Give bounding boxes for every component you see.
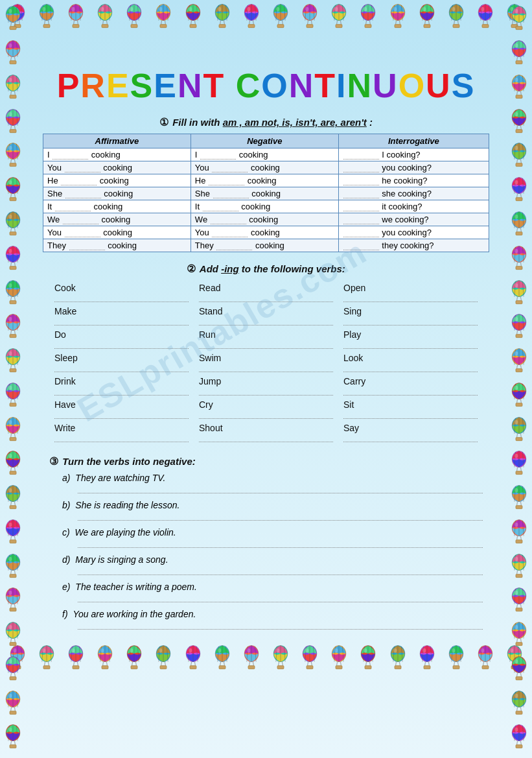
aff-cell: He cooking [43, 174, 191, 187]
answer-line[interactable] [78, 539, 483, 548]
svg-line-321 [15, 604, 16, 608]
svg-line-509 [517, 570, 518, 574]
verb-answer-line[interactable] [54, 341, 189, 349]
neg-blank[interactable] [212, 172, 248, 172]
table-row: You cooking You cooking you cooking? [43, 161, 489, 174]
int-blank[interactable] [343, 159, 379, 160]
verb-answer-line[interactable] [199, 388, 333, 396]
neg-blank[interactable] [209, 185, 244, 185]
svg-line-239 [11, 296, 12, 300]
balloon-left-8 [1, 279, 25, 309]
svg-point-521 [515, 591, 518, 595]
verb-name: Carry [343, 376, 478, 386]
verb-answer-line[interactable] [343, 364, 478, 372]
verb-answer-line[interactable] [199, 294, 333, 302]
neg-blank[interactable] [212, 237, 248, 237]
svg-line-230 [11, 262, 12, 266]
svg-rect-394 [516, 129, 522, 132]
verb-answer-line[interactable] [54, 434, 189, 442]
int-blank[interactable] [343, 172, 379, 172]
verb-answer-line[interactable] [343, 434, 478, 442]
verb-answer-line[interactable] [199, 434, 333, 442]
neg-cell: He cooking [191, 174, 338, 187]
balloon-top-7 [211, 3, 234, 32]
neg-blank[interactable] [203, 211, 238, 211]
verb-answer-line[interactable] [343, 341, 478, 349]
verb-answer-line[interactable] [54, 364, 189, 372]
svg-line-167 [11, 23, 12, 27]
svg-line-536 [517, 673, 518, 677]
verb-answer-line[interactable] [54, 411, 189, 419]
svg-line-141 [457, 21, 458, 25]
verb-answer-line[interactable] [54, 318, 189, 326]
verb-answer-line[interactable] [199, 341, 333, 349]
svg-line-482 [517, 468, 518, 471]
verb-answer-line[interactable] [54, 388, 189, 396]
svg-point-35 [100, 7, 104, 12]
aff-blank[interactable] [63, 224, 98, 224]
verb-answer-line[interactable] [199, 364, 333, 372]
verb-answer-line[interactable] [343, 388, 478, 396]
svg-line-654 [312, 662, 312, 666]
svg-rect-538 [516, 677, 522, 680]
aff-blank[interactable] [69, 250, 105, 250]
aff-blank[interactable] [65, 237, 100, 237]
balloon-left-21 [1, 723, 25, 753]
aff-blank[interactable] [61, 185, 97, 185]
neg-blank[interactable] [213, 198, 249, 198]
balloon-left-6 [1, 210, 25, 240]
svg-point-368 [515, 9, 518, 14]
int-blank[interactable] [343, 250, 379, 250]
aff-cell: We cooking [43, 213, 191, 226]
int-blank[interactable] [343, 237, 379, 237]
verb-answer-line[interactable] [199, 411, 333, 419]
item-label: b) [62, 500, 70, 510]
aff-blank[interactable] [55, 211, 91, 211]
balloon-top-12 [356, 3, 380, 32]
neg-blank[interactable] [211, 224, 246, 224]
balloon-left-3 [1, 108, 25, 137]
svg-rect-574 [43, 666, 50, 669]
svg-line-69 [224, 21, 224, 25]
verb-answer-line[interactable] [54, 294, 189, 302]
svg-rect-421 [516, 232, 522, 235]
answer-line[interactable] [78, 512, 483, 521]
svg-point-152 [481, 7, 484, 12]
answer-line[interactable] [78, 566, 483, 575]
svg-line-15 [48, 21, 49, 25]
neg-blank[interactable] [200, 159, 236, 160]
aff-blank[interactable] [65, 198, 101, 198]
answer-line[interactable] [78, 484, 483, 493]
int-blank[interactable] [343, 185, 379, 185]
bottom-border [0, 643, 532, 676]
balloon-bottom-4 [122, 644, 146, 674]
balloon-top-6 [181, 3, 205, 32]
int-cell: he cooking? [338, 174, 489, 187]
aff-blank[interactable] [65, 172, 100, 172]
balloon-bottom-7 [211, 644, 234, 674]
int-blank[interactable] [343, 224, 379, 224]
balloon-bottom-2 [64, 644, 87, 674]
verb-answer-line[interactable] [199, 318, 333, 326]
int-cell: she cooking? [338, 187, 489, 200]
verb-answer-line[interactable] [343, 411, 478, 419]
balloon-top-8 [240, 3, 263, 32]
svg-rect-133 [424, 25, 430, 28]
neg-cell: You cooking [191, 226, 338, 239]
neg-blank[interactable] [216, 250, 252, 250]
answer-line[interactable] [78, 621, 483, 630]
svg-point-26 [71, 7, 75, 12]
svg-line-221 [11, 228, 12, 232]
answer-line[interactable] [78, 593, 483, 602]
verb-name: Make [54, 306, 189, 316]
svg-point-116 [364, 7, 367, 12]
verb-answer-line[interactable] [343, 318, 478, 326]
int-blank[interactable] [343, 198, 379, 198]
section3-item: f) You are working in the garden. [62, 609, 483, 630]
int-blank[interactable] [343, 211, 379, 211]
table-row: You cooking You cooking you cooking? [43, 226, 489, 239]
verb-answer-line[interactable] [343, 294, 478, 302]
aff-cell: They cooking [43, 239, 191, 252]
svg-rect-178 [10, 61, 16, 64]
aff-blank[interactable] [52, 159, 88, 160]
